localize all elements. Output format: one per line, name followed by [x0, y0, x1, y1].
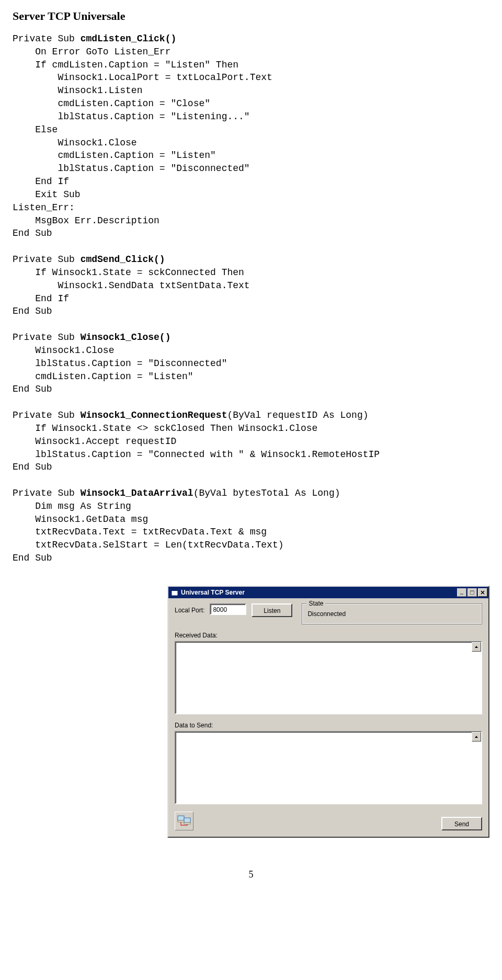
code-line: Winsock1.Close	[13, 136, 489, 150]
code-line	[13, 474, 489, 487]
code-line: Winsock1.SendData txtSentData.Text	[13, 279, 489, 292]
code-line: cmdListen.Caption = "Close"	[13, 97, 489, 110]
code-line	[13, 318, 489, 331]
svg-rect-9	[178, 821, 184, 822]
code-line: Winsock1.Close	[13, 344, 489, 357]
code-line: If Winsock1.State <> sckClosed Then Wins…	[13, 422, 489, 435]
listen-button[interactable]: Listen	[252, 603, 292, 617]
code-line: Winsock1.Listen	[13, 84, 489, 97]
window-title: Universal TCP Server	[181, 589, 456, 596]
code-line: If Winsock1.State = sckConnected Then	[13, 266, 489, 279]
code-line: End If	[13, 292, 489, 305]
code-line: Winsock1.LocalPort = txtLocalPort.Text	[13, 71, 489, 84]
network-icon	[175, 812, 193, 830]
code-line: lblStatus.Caption = "Disconnected"	[13, 162, 489, 175]
app-window: Universal TCP Server Local Port: 8000 Li…	[167, 586, 489, 838]
titlebar: Universal TCP Server	[168, 587, 488, 598]
data-to-send-label: Data to Send:	[175, 722, 482, 729]
code-listing: Private Sub cmdListen_Click() On Error G…	[13, 32, 489, 565]
local-port-label: Local Port:	[175, 607, 204, 614]
local-port-input[interactable]: 8000	[210, 603, 246, 615]
code-line: Private Sub Winsock1_ConnectionRequest(B…	[13, 409, 489, 422]
code-line: MsgBox Err.Description	[13, 214, 489, 227]
code-line	[13, 240, 489, 253]
code-line: If cmdListen.Caption = "Listen" Then	[13, 59, 489, 72]
scroll-up-button[interactable]	[472, 642, 481, 652]
code-line: Dim msg As String	[13, 500, 489, 513]
svg-rect-7	[178, 816, 184, 821]
code-line: Private Sub cmdSend_Click()	[13, 253, 489, 266]
section-title: Server TCP Universale	[13, 9, 489, 23]
code-line: Listen_Err:	[13, 201, 489, 214]
svg-rect-4	[470, 590, 474, 591]
maximize-button[interactable]	[467, 588, 477, 597]
state-value: Disconnected	[307, 610, 476, 618]
code-line: End Sub	[13, 305, 489, 318]
code-line: On Error GoTo Listen_Err	[13, 45, 489, 59]
page-number: 5	[13, 869, 489, 880]
app-icon	[170, 588, 179, 597]
code-line: Private Sub Winsock1_DataArrival(ByVal b…	[13, 487, 489, 500]
state-group-legend: State	[306, 600, 325, 607]
code-line: Exit Sub	[13, 188, 489, 201]
code-line: End Sub	[13, 227, 489, 240]
code-line: End Sub	[13, 461, 489, 474]
code-line: End If	[13, 175, 489, 188]
code-line: cmdListen.Caption = "Listen"	[13, 149, 489, 162]
data-to-send-textarea[interactable]	[175, 731, 482, 804]
svg-rect-8	[184, 818, 190, 823]
state-groupbox: State Disconnected	[302, 603, 482, 624]
received-data-textarea[interactable]	[175, 641, 482, 714]
close-button[interactable]	[478, 588, 487, 597]
code-line: cmdListen.Caption = "Listen"	[13, 370, 489, 383]
send-button[interactable]: Send	[441, 817, 482, 830]
code-line: lblStatus.Caption = "Listening..."	[13, 110, 489, 123]
code-line: txtRecvData.SelStart = Len(txtRecvData.T…	[13, 539, 489, 552]
code-line: txtRecvData.Text = txtRecvData.Text & ms…	[13, 526, 489, 539]
code-line	[13, 396, 489, 409]
code-line: lblStatus.Caption = "Connected with " & …	[13, 448, 489, 461]
svg-rect-1	[172, 589, 178, 591]
svg-marker-6	[475, 736, 478, 738]
minimize-button[interactable]	[457, 588, 466, 597]
code-line: Winsock1.Accept requestID	[13, 435, 489, 448]
code-line: Else	[13, 123, 489, 136]
code-line: Winsock1.GetData msg	[13, 513, 489, 526]
code-line: Private Sub cmdListen_Click()	[13, 32, 489, 45]
code-line: End Sub	[13, 552, 489, 565]
code-line: lblStatus.Caption = "Disconnected"	[13, 357, 489, 370]
svg-marker-5	[475, 646, 478, 648]
code-line: End Sub	[13, 383, 489, 396]
svg-rect-10	[184, 823, 190, 824]
code-line: Private Sub Winsock1_Close()	[13, 331, 489, 344]
received-data-label: Received Data:	[175, 632, 482, 639]
scroll-up-button-2[interactable]	[472, 732, 481, 742]
svg-rect-2	[460, 594, 463, 595]
